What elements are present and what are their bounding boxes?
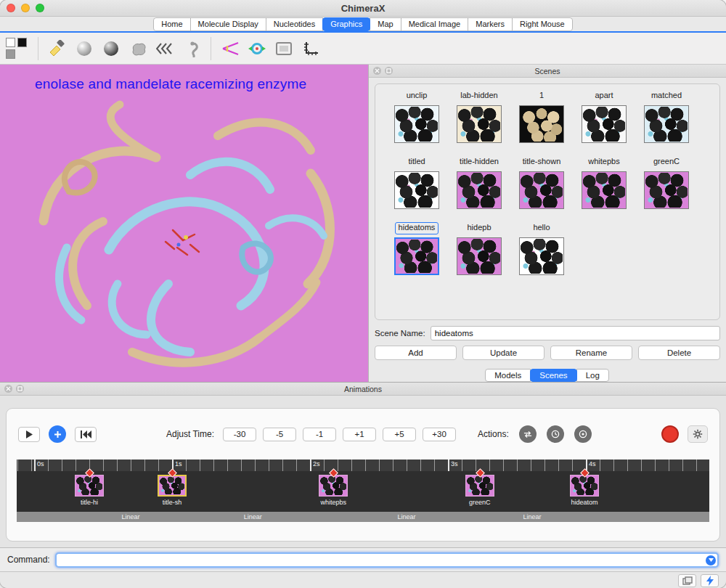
- keyframe-thumbnail[interactable]: [319, 475, 348, 497]
- undock-panel-icon[interactable]: [16, 385, 24, 393]
- tab-home[interactable]: Home: [153, 17, 190, 31]
- full-lighting-button[interactable]: [100, 38, 122, 60]
- minimize-window-button[interactable]: [21, 4, 30, 12]
- arrows-icon: [156, 40, 174, 57]
- animation-timeline[interactable]: 0s1s2s3s4s title-hititle-shwhitepbsgreen…: [17, 460, 709, 522]
- keyframe-label: title-sh: [143, 499, 201, 506]
- scene-thumbnail[interactable]: [457, 171, 502, 209]
- scene-item-unclip[interactable]: unclip: [386, 90, 448, 143]
- soft-lighting-button[interactable]: [73, 38, 95, 60]
- view-all-button[interactable]: [246, 38, 268, 60]
- add-button[interactable]: Add: [375, 346, 457, 360]
- scene-item-apart[interactable]: apart: [573, 90, 635, 143]
- rewind-button[interactable]: [75, 427, 97, 442]
- scene-item-lab-hidden[interactable]: lab-hidden: [448, 90, 510, 143]
- play-button[interactable]: [18, 427, 40, 442]
- snapshot-button[interactable]: [678, 574, 696, 587]
- delete-button[interactable]: Delete: [638, 346, 720, 360]
- adjust-time--30-button[interactable]: +30: [423, 428, 456, 441]
- swap-keyframes-button[interactable]: [519, 425, 537, 443]
- scene-thumbnail[interactable]: [457, 237, 502, 275]
- scene-thumbnail[interactable]: [394, 171, 439, 209]
- scene-thumbnail[interactable]: [644, 171, 689, 209]
- scene-name-input[interactable]: [431, 326, 720, 340]
- flat-lighting-button[interactable]: [127, 38, 149, 60]
- timeline-ruler[interactable]: 0s1s2s3s4s: [17, 460, 709, 471]
- retime-button[interactable]: [547, 425, 564, 443]
- scene-item-hello[interactable]: hello: [510, 222, 573, 275]
- add-keyframe-button[interactable]: [49, 425, 66, 443]
- scene-thumbnail[interactable]: [519, 171, 564, 209]
- orient-axes-button[interactable]: [300, 38, 322, 60]
- graphics-viewport[interactable]: enolase and mandelate racemizing enzyme: [0, 65, 369, 382]
- scene-thumbnail[interactable]: [519, 105, 564, 143]
- white-background-button[interactable]: [6, 38, 15, 47]
- scene-item-whitepbs[interactable]: whitepbs: [573, 156, 635, 209]
- update-button[interactable]: Update: [462, 346, 544, 360]
- close-panel-icon[interactable]: [4, 385, 12, 393]
- scene-label: apart: [591, 90, 616, 102]
- zoom-window-button[interactable]: [36, 4, 44, 12]
- tab-map[interactable]: Map: [370, 17, 401, 31]
- scene-thumbnail[interactable]: [582, 105, 627, 143]
- scene-thumbnail[interactable]: [394, 105, 439, 143]
- tab-right-mouse[interactable]: Right Mouse: [512, 17, 573, 31]
- seahorse-icon: [183, 40, 200, 57]
- simple-lighting-button[interactable]: [46, 38, 68, 60]
- close-panel-icon[interactable]: [373, 67, 381, 75]
- scene-item-hidepb[interactable]: hidepb: [448, 222, 510, 275]
- adjust-time--1-button[interactable]: +1: [343, 428, 376, 441]
- keyframe-thumbnail[interactable]: [158, 475, 187, 497]
- adjust-time--30-button[interactable]: -30: [223, 428, 256, 441]
- scene-thumbnail[interactable]: [519, 237, 564, 275]
- scene-thumbnail[interactable]: [582, 171, 627, 209]
- side-view-button[interactable]: [219, 38, 241, 60]
- tab-markers[interactable]: Markers: [468, 17, 513, 31]
- scene-item-1[interactable]: 1: [510, 90, 573, 143]
- toolbar: [0, 33, 726, 65]
- keyframe-thumbnail[interactable]: [75, 475, 104, 497]
- scene-item-matched[interactable]: matched: [635, 90, 698, 143]
- panel-tab-scenes[interactable]: Scenes: [530, 369, 576, 382]
- adjust-time--1-button[interactable]: -1: [303, 428, 336, 441]
- scene-thumbnail[interactable]: [644, 105, 689, 143]
- keyframe-thumbnail[interactable]: [465, 475, 494, 497]
- tab-nucleotides[interactable]: Nucleotides: [266, 17, 323, 31]
- adjust-time--5-button[interactable]: -5: [263, 428, 296, 441]
- animations-panel-header: Animations: [0, 383, 726, 396]
- adjust-time-label: Adjust Time:: [166, 429, 214, 439]
- panel-tab-models[interactable]: Models: [485, 369, 531, 382]
- scene-item-title-shown[interactable]: title-shown: [510, 156, 573, 209]
- scene-item-hideatoms[interactable]: hideatoms: [386, 222, 448, 275]
- silhouettes-button[interactable]: [181, 38, 203, 60]
- background-swatches: [6, 38, 27, 59]
- record-button[interactable]: [661, 425, 679, 443]
- scene-item-greenc[interactable]: greenC: [635, 156, 698, 209]
- scene-item-title-hidden[interactable]: title-hidden: [448, 156, 510, 209]
- timeline-keyframes[interactable]: title-hititle-shwhitepbsgreenChideatom: [17, 471, 709, 512]
- interpolation-label: Linear: [397, 513, 415, 520]
- gray-background-button[interactable]: [6, 49, 15, 59]
- panel-tab-log[interactable]: Log: [576, 369, 609, 382]
- scene-thumbnail[interactable]: [457, 105, 502, 143]
- keyframe-thumbnail[interactable]: [570, 475, 599, 497]
- tab-medical-image[interactable]: Medical Image: [401, 17, 469, 31]
- black-background-button[interactable]: [17, 38, 27, 47]
- adjust-time--5-button[interactable]: +5: [383, 428, 416, 441]
- animation-settings-button[interactable]: [688, 425, 708, 443]
- shadows-button[interactable]: [154, 38, 176, 60]
- tab-graphics[interactable]: Graphics: [322, 17, 370, 31]
- frame-button[interactable]: [273, 38, 295, 60]
- command-bar: Command:: [0, 547, 726, 571]
- command-history-dropdown[interactable]: [706, 555, 716, 565]
- animations-panel-title: Animations: [0, 385, 726, 393]
- undock-panel-icon[interactable]: [385, 67, 393, 75]
- loop-target-button[interactable]: [574, 425, 592, 443]
- rename-button[interactable]: Rename: [550, 346, 632, 360]
- scene-item-titled[interactable]: titled: [386, 156, 448, 209]
- tab-molecule-display[interactable]: Molecule Display: [190, 17, 266, 31]
- close-window-button[interactable]: [7, 4, 15, 12]
- command-input[interactable]: [55, 552, 719, 568]
- scene-thumbnail[interactable]: [394, 237, 439, 275]
- rapid-access-button[interactable]: [701, 574, 719, 587]
